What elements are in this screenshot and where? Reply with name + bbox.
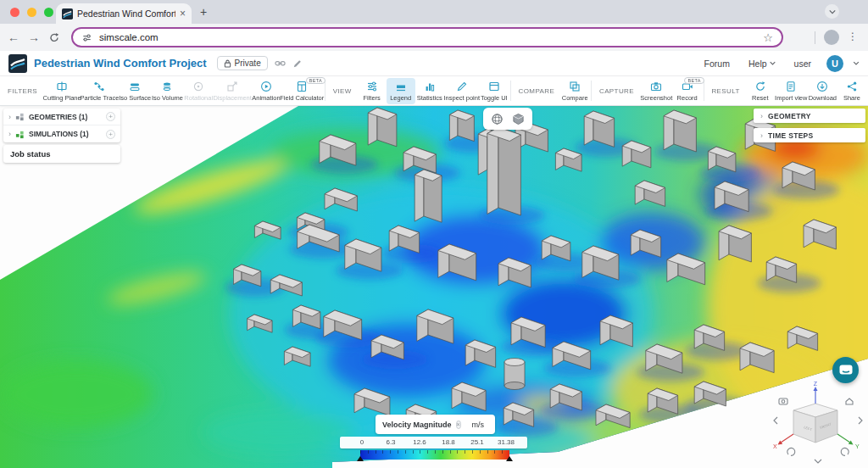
- tab-search-button[interactable]: [825, 4, 839, 19]
- toolbar-inspect-point[interactable]: Inspect point: [444, 78, 480, 104]
- toolbar-item-label: Iso Volume: [152, 94, 183, 102]
- group-label-view: VIEW: [327, 87, 358, 95]
- toolbar-filters[interactable]: Filters: [358, 78, 387, 104]
- group-divider: [591, 81, 592, 101]
- camera-projection-button[interactable]: [779, 398, 787, 404]
- job-status-panel[interactable]: Job status: [3, 145, 120, 163]
- gizmo-cube[interactable]: LEFT FRONT: [793, 404, 837, 443]
- toolbar-item-label: Inspect point: [443, 94, 480, 102]
- url-text[interactable]: simscale.com: [99, 32, 756, 42]
- color-scale-bar[interactable]: [360, 450, 509, 460]
- toolbar-record[interactable]: BETA Record: [673, 78, 702, 104]
- project-title[interactable]: Pedestrian Wind Comfort Project: [34, 57, 207, 70]
- simscale-logo[interactable]: [8, 54, 27, 73]
- add-geometry-button[interactable]: +: [106, 112, 115, 121]
- account-chevron-icon[interactable]: [853, 61, 860, 65]
- download-icon: [816, 81, 828, 92]
- minimize-window-button[interactable]: [27, 8, 36, 17]
- toolbar-item-label: Record: [677, 94, 698, 102]
- forum-link[interactable]: Forum: [704, 58, 730, 69]
- user-avatar[interactable]: U: [826, 55, 843, 72]
- rotate-right-chevron[interactable]: [859, 417, 862, 424]
- toolbar-toggle-ui[interactable]: Toggle UI: [480, 78, 509, 104]
- roll-cw-button[interactable]: [841, 448, 849, 455]
- viewport-3d-scene[interactable]: [0, 106, 868, 468]
- toolbar-statistics[interactable]: Statistics: [415, 78, 444, 104]
- viewport-3d[interactable]: › GEOMETRIES (1) + › SIMULATIONS (1) + J…: [0, 106, 868, 468]
- compare-icon: [569, 81, 581, 92]
- beta-badge: BETA: [306, 77, 326, 84]
- expand-chevron-icon[interactable]: ›: [8, 130, 11, 138]
- home-view-button[interactable]: [846, 398, 853, 404]
- geometry-panel-label: GEOMETRY: [768, 112, 811, 120]
- toolbar-animation[interactable]: Animation: [251, 78, 281, 104]
- browser-toolbar: ← → simscale.com ☆ ⋮: [0, 24, 868, 51]
- toolbar-import-view[interactable]: Import view: [775, 78, 808, 104]
- bookmark-star-icon[interactable]: ☆: [763, 31, 773, 44]
- toolbar-item-label: Cutting Plane: [43, 94, 81, 102]
- geometries-icon: [15, 112, 25, 121]
- browser-menu-icon[interactable]: ⋮: [848, 31, 858, 42]
- group-divider: [704, 81, 704, 101]
- reload-button[interactable]: [44, 32, 64, 43]
- toolbar-field-calculator[interactable]: BETA Field Calculator: [281, 78, 323, 104]
- workbench-toolbar: FILTERS Cutting Plane Particle Trace Iso…: [0, 76, 868, 106]
- toolbar-screenshot[interactable]: Screenshot: [640, 78, 673, 104]
- range-min-handle[interactable]: [357, 456, 364, 461]
- site-settings-icon[interactable]: [81, 32, 92, 43]
- forward-button[interactable]: →: [24, 31, 44, 44]
- expand-chevron-icon[interactable]: ›: [8, 113, 11, 121]
- filters-sliders-icon: [366, 81, 378, 92]
- expand-chevron-icon[interactable]: ›: [760, 131, 763, 140]
- statistics-icon: [424, 81, 436, 92]
- toolbar-share[interactable]: Share: [837, 78, 866, 104]
- roll-ccw-button[interactable]: [787, 448, 795, 455]
- range-max-handle[interactable]: [506, 456, 513, 461]
- unit-selector[interactable]: m/s: [472, 421, 485, 429]
- toolbar-iso-volume[interactable]: Iso Volume: [151, 78, 183, 104]
- toolbar-item-label: Rotational: [184, 94, 213, 102]
- help-menu[interactable]: Help: [748, 58, 776, 69]
- toolbar-item-label: Compare: [562, 94, 588, 102]
- time-steps-panel[interactable]: › TIME STEPS: [754, 128, 865, 142]
- tilt-down-chevron[interactable]: [815, 460, 821, 463]
- new-tab-button[interactable]: +: [200, 5, 207, 19]
- copy-link-icon[interactable]: [275, 58, 286, 69]
- toolbar-particle-trace[interactable]: Particle Trace: [81, 78, 119, 104]
- inspect-point-icon: [456, 81, 468, 92]
- chevron-down-icon: [829, 9, 836, 14]
- toolbar-legend[interactable]: Legend: [387, 78, 415, 104]
- geometry-panel[interactable]: › GEOMETRY: [754, 109, 865, 123]
- toolbar-download[interactable]: Download: [808, 78, 837, 104]
- expand-chevron-icon[interactable]: ›: [760, 112, 763, 120]
- wireframe-sphere-icon[interactable]: [491, 113, 504, 125]
- rotate-left-chevron[interactable]: [774, 417, 777, 424]
- legend-tick-labels: 0 6.3 12.6 18.8 25.1 31.38: [340, 437, 527, 448]
- navigation-gizmo[interactable]: LEFT FRONT Z X Y: [771, 380, 865, 465]
- group-label-capture: CAPTURE: [593, 87, 640, 95]
- back-button[interactable]: ←: [3, 31, 24, 44]
- toolbar-cutting-plane[interactable]: Cutting Plane: [43, 78, 81, 104]
- maximize-window-button[interactable]: [44, 8, 53, 17]
- privacy-badge[interactable]: Private: [217, 56, 268, 70]
- tick-label: 18.8: [442, 438, 455, 446]
- clear-field-icon[interactable]: ×: [456, 421, 461, 429]
- browser-tab[interactable]: Pedestrian Wind Comfort Pro ×: [56, 3, 192, 24]
- group-divider: [510, 81, 511, 101]
- browser-profile-avatar[interactable]: [824, 30, 839, 45]
- simulations-row[interactable]: › SIMULATIONS (1) +: [3, 125, 120, 142]
- geometries-row[interactable]: › GEOMETRIES (1) +: [3, 109, 120, 125]
- solid-cube-icon[interactable]: [512, 113, 525, 125]
- tab-close-icon[interactable]: ×: [180, 8, 186, 19]
- field-selector[interactable]: Velocity Magnitude × m/s: [376, 415, 495, 434]
- beta-badge: BETA: [684, 77, 704, 84]
- url-bar[interactable]: simscale.com ☆: [71, 27, 783, 47]
- toolbar-compare[interactable]: Compare: [560, 78, 589, 104]
- toolbar-item-label: Share: [843, 94, 860, 102]
- edit-pencil-icon[interactable]: [292, 58, 303, 69]
- toolbar-iso-surface[interactable]: Iso Surface: [119, 78, 152, 104]
- add-simulation-button[interactable]: +: [106, 130, 115, 139]
- toolbar-reset[interactable]: Reset: [746, 78, 775, 104]
- particle-trace-icon: [93, 81, 105, 92]
- close-window-button[interactable]: [10, 8, 19, 17]
